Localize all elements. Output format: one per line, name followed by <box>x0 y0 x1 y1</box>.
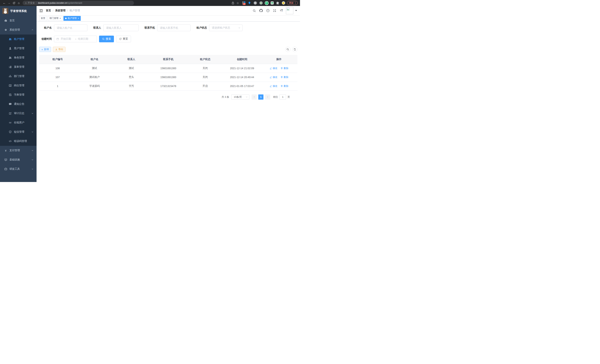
sidebar-item-posts[interactable]: 岗位管理 <box>0 81 37 90</box>
dashboard-icon <box>4 19 8 22</box>
browser-reload-icon[interactable] <box>11 0 16 5</box>
tab-departments[interactable]: 部门管理 × <box>48 16 63 21</box>
security-label[interactable]: 不安全 <box>28 1 35 5</box>
date-range-separator: - <box>75 37 76 40</box>
reset-button[interactable]: 重置 <box>116 36 131 42</box>
extension-puzzle-icon[interactable] <box>276 1 279 5</box>
tab-close-icon[interactable]: × <box>78 17 79 19</box>
trash-icon <box>281 76 283 78</box>
edit-button[interactable]: 修改 <box>270 75 278 79</box>
delete-button[interactable]: 删除 <box>281 75 289 79</box>
start-date-placeholder[interactable]: 开始日期 <box>61 37 74 41</box>
edit-button[interactable]: 修改 <box>270 67 278 70</box>
sidebar-item-online-users[interactable]: 在线用户 <box>0 118 37 127</box>
refresh-table-button[interactable] <box>292 47 297 52</box>
sidebar-item-announcements[interactable]: 通知公告 <box>0 99 37 109</box>
sidebar-item-system[interactable]: 系统管理 <box>0 25 37 35</box>
badge-icon <box>8 84 12 87</box>
sidebar-item-payment[interactable]: ¥ 支付管理 <box>0 146 37 155</box>
svg-text:?: ? <box>268 9 269 11</box>
sidebar-item-tenant[interactable]: 租户管理 <box>0 35 37 44</box>
sidebar-item-home[interactable]: 首页 <box>0 16 37 25</box>
extension-grid-icon[interactable]: 10 <box>242 1 245 5</box>
app-logo <box>2 8 8 14</box>
url-host: dashboard.yudao.iocoder.cn <box>38 2 67 4</box>
date-range-picker[interactable]: 开始日期 - 结束日期 <box>54 36 97 42</box>
status-badge: 关闭 <box>187 73 224 82</box>
browser-menu-icon[interactable] <box>295 2 296 4</box>
tab-home[interactable]: 首页 <box>39 16 47 21</box>
sidebar-item-error-codes[interactable]: 错误码管理 <box>0 137 37 146</box>
browser-home-icon[interactable]: ⌂ <box>16 0 21 5</box>
sidebar-item-dictionary[interactable]: 字典管理 <box>0 90 37 99</box>
page-number-button[interactable]: 1 <box>258 94 263 100</box>
tab-tenant[interactable]: 租户管理 × <box>64 16 81 21</box>
cell-contact: 秃头 <box>113 73 150 82</box>
end-date-placeholder[interactable]: 结束日期 <box>78 37 91 41</box>
browser-update-button[interactable]: 更新 <box>287 1 298 5</box>
col-contact: 联系人 <box>113 55 150 64</box>
export-button[interactable]: 导出 <box>53 47 66 52</box>
dictionary-icon <box>8 93 12 96</box>
chevron-up-icon <box>31 29 34 31</box>
github-icon[interactable] <box>259 9 263 12</box>
search-icon <box>286 48 289 51</box>
sidebar-item-infrastructure[interactable]: 基础设施 <box>0 155 37 164</box>
cell-contact: 芋艿 <box>113 82 150 91</box>
sidebar-item-departments[interactable]: 部门管理 <box>0 72 37 81</box>
mobile-input[interactable] <box>157 25 190 31</box>
browser-back-icon[interactable]: ← <box>2 0 7 5</box>
header-search-icon[interactable] <box>253 9 256 12</box>
font-size-icon[interactable]: TT <box>280 9 283 12</box>
cell-mobile: 17321315478 <box>150 82 187 91</box>
sidebar-item-users[interactable]: 用户管理 <box>0 44 37 53</box>
sidebar-item-dev-tools[interactable]: 研发工具 <box>0 164 37 174</box>
status-select[interactable]: 请选择租户状态 <box>209 25 243 31</box>
extension-dot-icon[interactable] <box>259 1 263 5</box>
add-button[interactable]: + 新增 <box>39 47 51 52</box>
prev-page-button[interactable] <box>252 94 257 100</box>
gear-icon <box>4 28 8 31</box>
breadcrumb-home[interactable]: 首页 <box>46 9 51 12</box>
goto-page-input[interactable] <box>279 94 286 100</box>
extension-emoji-icon[interactable] <box>282 1 285 5</box>
sidebar-item-roles[interactable]: 角色管理 <box>0 53 37 62</box>
cell-created: 2021-12-14 20:49:44 <box>224 73 261 82</box>
extension-y-icon[interactable]: Y <box>265 1 268 5</box>
avatar[interactable] <box>286 7 293 14</box>
extension-command-icon[interactable]: ⌘ <box>254 1 257 5</box>
toggle-search-button[interactable] <box>285 47 290 52</box>
avatar-dropdown-caret-icon[interactable] <box>295 10 297 11</box>
tenant-name-input[interactable] <box>54 25 87 31</box>
extension-pin-icon[interactable] <box>248 1 251 5</box>
tags-view: 首页 部门管理 × 租户管理 × <box>37 15 300 21</box>
edit-label: 修改 <box>273 75 278 79</box>
extension-chat-icon[interactable] <box>271 1 274 4</box>
fullscreen-icon[interactable] <box>273 9 276 12</box>
sidebar-item-audit-log[interactable]: 审计日志 <box>0 109 37 118</box>
reset-button-label: 重置 <box>123 37 128 41</box>
search-button[interactable]: 搜索 <box>99 36 114 42</box>
edit-button[interactable]: 修改 <box>270 84 278 88</box>
help-icon[interactable]: ? <box>266 9 270 12</box>
next-page-button[interactable] <box>265 94 270 100</box>
breadcrumb-system[interactable]: 系统管理 <box>55 9 66 12</box>
pagination: 共 3 条 10条/页 1 前往 页 <box>39 94 297 100</box>
address-bar[interactable]: ⚠ 不安全 dashboard.yudao.iocoder.cn/system/… <box>23 1 134 5</box>
sidebar-item-sms[interactable]: 短信管理 <box>0 127 37 137</box>
browser-forward-icon[interactable]: → <box>7 0 11 5</box>
delete-button[interactable]: 删除 <box>281 67 289 70</box>
sidebar-collapse-icon[interactable] <box>39 9 43 12</box>
bookmark-star-icon[interactable]: ☆ <box>235 0 240 5</box>
sidebar-item-label: 系统管理 <box>9 28 31 32</box>
delete-button[interactable]: 删除 <box>281 84 289 88</box>
page-size-select[interactable]: 10条/页 <box>231 94 249 100</box>
sidebar-item-menus[interactable]: 菜单管理 <box>0 62 37 72</box>
contact-input[interactable] <box>103 25 139 31</box>
chevron-left-icon <box>253 96 255 98</box>
app-logo-row[interactable]: 芋道管理系统 <box>0 6 37 16</box>
share-icon[interactable] <box>231 0 235 5</box>
goto-label: 前往 <box>273 95 278 99</box>
table-row: 108 测试 测试 15601691300 关闭 2021-12-14 21:0… <box>39 64 297 73</box>
tab-close-icon[interactable]: × <box>60 17 61 19</box>
